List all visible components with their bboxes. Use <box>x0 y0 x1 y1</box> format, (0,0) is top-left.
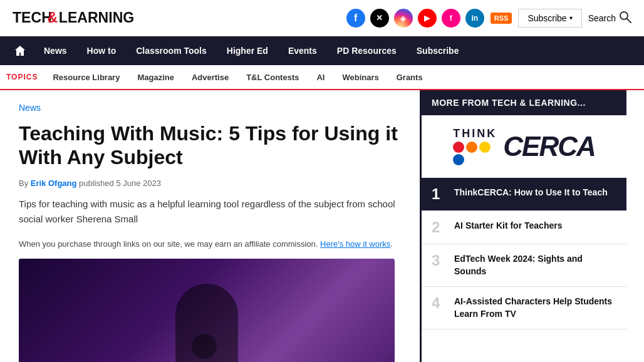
main-nav: News How to Classroom Tools Higher Ed Ev… <box>0 36 644 65</box>
nav-item-highered[interactable]: Higher Ed <box>217 36 278 65</box>
svg-text:TECH: TECH <box>13 9 52 26</box>
sidebar-number-2: 2 <box>432 220 447 235</box>
dot-blue <box>453 154 464 165</box>
instagram-icon[interactable]: ◈ <box>394 9 413 28</box>
topic-magazine[interactable]: Magazine <box>128 65 183 90</box>
twitter-x-icon[interactable]: ✕ <box>370 9 389 28</box>
article-image <box>19 259 395 362</box>
article-meta: By Erik Ofgang published 5 June 2023 <box>19 178 401 188</box>
sidebar-item-label-2: AI Starter Kit for Teachers <box>454 220 562 232</box>
meta-date: 5 June 2023 <box>116 178 161 188</box>
topics-label: TOPICS <box>6 73 38 81</box>
affiliate-link[interactable]: Here's how it works <box>320 239 390 249</box>
topic-ai[interactable]: AI <box>308 65 333 90</box>
article-title: Teaching With Music: 5 Tips for Using it… <box>19 122 401 170</box>
dot-yellow <box>479 142 491 153</box>
meta-published: published <box>79 178 114 188</box>
search-button[interactable]: Search <box>588 11 631 25</box>
dot-red <box>453 142 464 153</box>
cerca-text: CERCA <box>503 133 595 160</box>
nav-item-news[interactable]: News <box>34 36 77 65</box>
flipboard-icon[interactable]: f <box>442 9 460 28</box>
home-nav-item[interactable] <box>6 36 34 65</box>
social-icons: f ✕ ◈ ▶ f in <box>346 9 484 28</box>
sidebar-item-label-3: EdTech Week 2024: Sights and Sounds <box>454 253 616 277</box>
sidebar-number-3: 3 <box>432 253 447 268</box>
logo[interactable]: TECH & LEARNING <box>13 6 138 31</box>
topic-webinars[interactable]: Webinars <box>333 65 387 90</box>
sidebar-item-1[interactable]: 1 ThinkCERCA: How to Use It to Teach <box>422 178 626 211</box>
site-header: TECH & LEARNING f ✕ ◈ ▶ f in RSS Subscri… <box>0 0 644 36</box>
sidebar-number-1: 1 <box>432 187 447 202</box>
dot-orange <box>466 142 477 153</box>
svg-line-4 <box>627 19 631 23</box>
thinkcerca-banner: Think CERCA <box>422 115 626 178</box>
svg-point-3 <box>620 12 628 19</box>
affiliate-period: . <box>390 239 393 249</box>
sidebar-item-4[interactable]: 4 AI-Assisted Characters Help Students L… <box>422 287 626 329</box>
main-article: News Teaching With Music: 5 Tips for Usi… <box>0 90 420 362</box>
linkedin-icon[interactable]: in <box>465 9 484 28</box>
topic-contests[interactable]: T&L Contests <box>237 65 308 90</box>
sidebar-item-label-4: AI-Assisted Characters Help Students Lea… <box>454 296 616 320</box>
nav-item-classroom[interactable]: Classroom Tools <box>126 36 217 65</box>
youtube-icon[interactable]: ▶ <box>418 9 437 28</box>
nav-item-events[interactable]: Events <box>278 36 327 65</box>
search-label: Search <box>588 13 616 23</box>
article-summary: Tips for teaching with music as a helpfu… <box>19 197 401 227</box>
sidebar: MORE FROM TECH & LEARNING... Think CERCA <box>420 90 626 362</box>
sidebar-item-3[interactable]: 3 EdTech Week 2024: Sights and Sounds <box>422 244 626 287</box>
meta-author[interactable]: Erik Ofgang <box>31 178 77 188</box>
meta-by: By <box>19 178 28 188</box>
content-area: News Teaching With Music: 5 Tips for Usi… <box>0 90 644 362</box>
rss-badge[interactable]: RSS <box>491 13 512 24</box>
topic-resource-library[interactable]: Resource Library <box>44 65 128 90</box>
subscribe-label: Subscribe <box>527 13 566 23</box>
breadcrumb[interactable]: News <box>19 103 401 113</box>
nav-item-pdresources[interactable]: PD Resources <box>327 36 407 65</box>
topic-advertise[interactable]: Advertise <box>183 65 237 90</box>
affiliate-notice: When you purchase through links on our s… <box>19 239 401 249</box>
facebook-icon[interactable]: f <box>346 9 365 28</box>
sidebar-header: MORE FROM TECH & LEARNING... <box>422 90 626 115</box>
search-icon <box>619 11 631 25</box>
think-text: Think <box>453 127 497 140</box>
thinkcerca-logo: Think CERCA <box>453 127 595 165</box>
nav-item-howto[interactable]: How to <box>77 36 127 65</box>
nav-item-subscribe[interactable]: Subscribe <box>407 36 469 65</box>
affiliate-text: When you purchase through links on our s… <box>19 239 318 249</box>
sidebar-item-2[interactable]: 2 AI Starter Kit for Teachers <box>422 211 626 244</box>
topic-grants[interactable]: Grants <box>388 65 432 90</box>
sidebar-item-label-1: ThinkCERCA: How to Use It to Teach <box>454 187 608 199</box>
sidebar-number-4: 4 <box>432 296 447 311</box>
subscribe-button[interactable]: Subscribe ▾ <box>518 9 581 28</box>
header-right: f ✕ ◈ ▶ f in RSS Subscribe ▾ Search <box>346 9 631 28</box>
subscribe-chevron-icon: ▾ <box>569 14 573 21</box>
topics-bar: TOPICS Resource Library Magazine Adverti… <box>0 65 644 90</box>
svg-text:&: & <box>47 9 58 26</box>
svg-text:LEARNING: LEARNING <box>59 9 134 26</box>
